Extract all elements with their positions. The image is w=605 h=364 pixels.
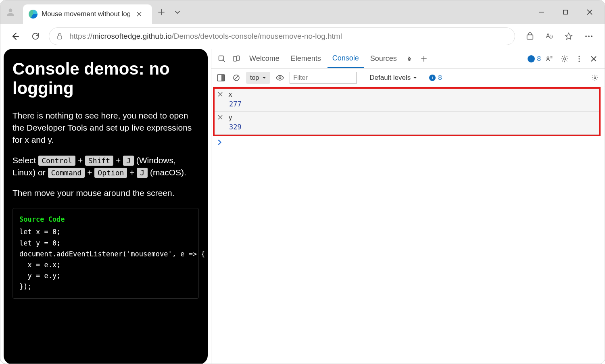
live-expression-row[interactable]: y 329 (215, 112, 599, 135)
kbd-key: Shift (85, 156, 113, 166)
svg-point-5 (588, 35, 590, 37)
issues-count[interactable]: i 8 (528, 55, 541, 63)
page-instruction: Then move your mouse around the screen. (13, 187, 199, 199)
svg-point-12 (578, 56, 580, 57)
svg-rect-3 (527, 35, 533, 39)
console-prompt[interactable] (211, 136, 605, 148)
console-toolbar: top Default levels i 8 (211, 69, 605, 87)
svg-point-13 (578, 58, 580, 59)
live-expression-name: x (228, 90, 232, 98)
tab-console[interactable]: Console (328, 49, 364, 68)
kbd-key: J (123, 156, 134, 166)
live-expression-icon[interactable] (274, 69, 286, 87)
svg-point-6 (591, 35, 592, 37)
source-code-title: Source Code (19, 214, 192, 225)
tab-close-icon[interactable] (134, 9, 144, 19)
tab-sources[interactable]: Sources (365, 49, 402, 68)
chevron-right-icon (217, 139, 223, 145)
shopping-icon[interactable] (521, 27, 539, 46)
svg-rect-8 (234, 56, 237, 61)
browser-menu-button[interactable] (579, 27, 599, 46)
feedback-icon[interactable] (542, 50, 556, 68)
context-selector[interactable]: top (246, 72, 270, 84)
kbd-key: Control (38, 156, 75, 166)
console-settings-gear-icon[interactable] (589, 69, 601, 87)
lock-icon (56, 32, 64, 40)
devtools-panel: Welcome Elements Console Sources i 8 (211, 49, 605, 364)
live-expression-value: 277 (229, 100, 597, 108)
window-maximize-button[interactable] (554, 3, 577, 21)
live-expression-row[interactable]: x 277 (215, 89, 599, 112)
sidebar-toggle-icon[interactable] (215, 69, 227, 87)
profile-avatar[interactable] (4, 5, 17, 19)
live-expressions-region: x 277 y 329 (213, 87, 601, 136)
source-code: let x = 0; let y = 0; document.addEventL… (19, 227, 192, 292)
svg-rect-1 (563, 10, 567, 14)
window-minimize-button[interactable] (530, 3, 553, 21)
svg-point-11 (563, 58, 565, 60)
page-viewport: Console demos: no logging There is nothi… (0, 49, 211, 364)
svg-point-0 (9, 8, 13, 12)
kbd-key: Option (94, 168, 127, 178)
read-aloud-icon[interactable]: A)) (540, 27, 559, 46)
hidden-messages-count[interactable]: i 8 (429, 74, 442, 82)
page-content: Console demos: no logging There is nothi… (4, 49, 208, 364)
svg-rect-9 (237, 56, 240, 60)
svg-point-10 (547, 57, 549, 59)
new-tab-devtools-icon[interactable] (417, 50, 431, 68)
devtools-tabbar: Welcome Elements Console Sources i 8 (211, 49, 605, 69)
browser-toolbar: https://microsoftedge.github.io/Demos/de… (0, 24, 605, 49)
tab-title: Mouse movement without loggi (42, 10, 130, 18)
kbd-hint: Select Control + Shift + J (Windows, Lin… (13, 154, 199, 179)
console-filter-input[interactable] (290, 72, 357, 84)
remove-expression-icon[interactable] (216, 92, 224, 97)
url-text: https://microsoftedge.github.io/Demos/de… (69, 32, 342, 41)
device-toolbar-icon[interactable] (230, 50, 243, 68)
nav-back-button[interactable] (6, 27, 25, 46)
devtools-close-icon[interactable] (587, 50, 601, 68)
new-tab-button[interactable] (154, 5, 168, 19)
info-icon: i (429, 75, 436, 81)
more-tabs-icon[interactable] (403, 50, 415, 68)
inspect-element-icon[interactable] (215, 50, 228, 68)
page-title: Console demos: no logging (13, 59, 199, 98)
browser-titlebar: Mouse movement without loggi (0, 0, 605, 24)
window-close-button[interactable] (578, 3, 601, 21)
tab-actions-dropdown[interactable] (171, 5, 184, 19)
svg-point-14 (578, 60, 580, 62)
nav-refresh-button[interactable] (26, 27, 45, 46)
svg-rect-16 (221, 75, 225, 81)
tab-welcome[interactable]: Welcome (244, 49, 284, 68)
window-controls (530, 3, 601, 21)
issues-icon: i (528, 55, 535, 62)
devtools-menu-icon[interactable] (573, 50, 585, 68)
svg-point-4 (585, 35, 587, 37)
address-bar[interactable]: https://microsoftedge.github.io/Demos/de… (49, 27, 515, 45)
page-intro: There is nothing to see here, you need t… (13, 110, 199, 146)
favorite-star-icon[interactable] (559, 27, 578, 46)
tab-elements[interactable]: Elements (286, 49, 326, 68)
kbd-key: Command (48, 168, 85, 178)
remove-expression-icon[interactable] (216, 114, 224, 120)
live-expression-name: y (228, 113, 232, 121)
svg-point-18 (279, 77, 281, 79)
live-expression-value: 329 (229, 123, 597, 131)
svg-point-19 (594, 77, 596, 79)
log-levels-dropdown[interactable]: Default levels (369, 74, 417, 82)
browser-tab[interactable]: Mouse movement without loggi (23, 4, 152, 24)
clear-console-icon[interactable] (231, 69, 242, 87)
edge-favicon-icon (29, 10, 38, 19)
svg-rect-2 (58, 36, 62, 39)
settings-gear-icon[interactable] (558, 50, 572, 68)
kbd-key: J (137, 168, 148, 178)
source-code-box: Source Code let x = 0; let y = 0; docume… (13, 208, 199, 298)
